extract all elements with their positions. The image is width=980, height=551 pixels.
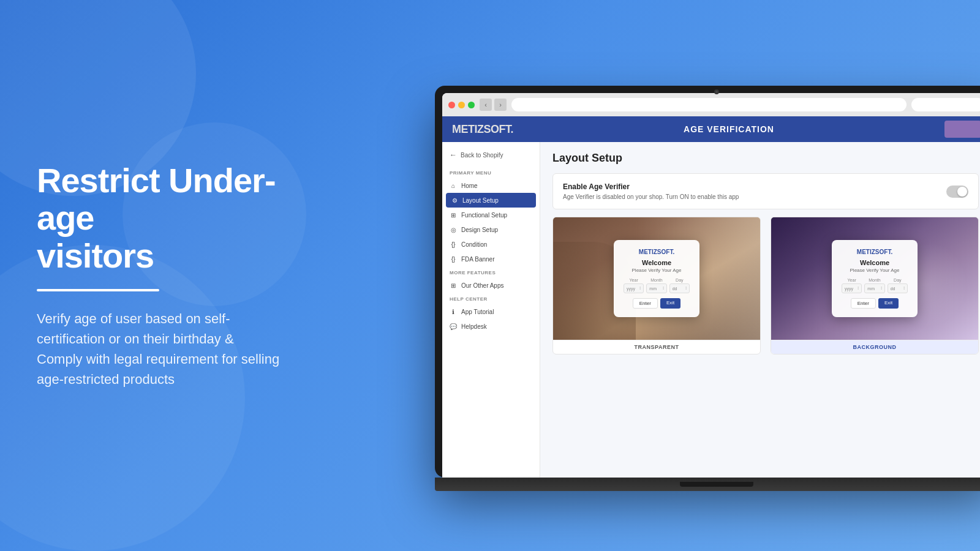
chat-icon: 💬 (450, 323, 457, 330)
main-content-area: Layout Setup Enable Age Verifier Age Ver… (540, 142, 980, 478)
modal-welcome-background: Welcome (842, 259, 908, 266)
left-panel: Restrict Under-age visitors Verify age o… (0, 0, 318, 551)
other-apps-label: Our Other Apps (461, 282, 503, 289)
card-info: Enable Age Verifier Age Verifier is disa… (563, 182, 739, 200)
enter-button-background[interactable]: Enter (851, 298, 876, 309)
main-heading: Restrict Under-age visitors (37, 162, 282, 275)
app-content: METIZSOFT. AGE VERIFICATION ← Back to Sh… (442, 116, 980, 478)
exit-button-transparent[interactable]: Exit (660, 298, 680, 309)
home-label: Home (461, 182, 478, 189)
vape-background-transparent: METIZSOFT. Welcome Please Verify Your Ag… (553, 217, 760, 340)
month-input-transparent[interactable]: mm ⁝ (646, 283, 666, 293)
laptop-base (435, 478, 980, 491)
theme-card-transparent[interactable]: METIZSOFT. Welcome Please Verify Your Ag… (552, 217, 761, 354)
help-center-label: HELP CENTER (442, 293, 540, 304)
card-header: Enable Age Verifier Age Verifier is disa… (563, 182, 968, 200)
home-icon: ⌂ (450, 182, 457, 189)
day-input-background[interactable]: dd ⁝ (888, 283, 908, 293)
browser-search[interactable] (911, 98, 980, 111)
day-field-background: Day dd ⁝ (888, 278, 908, 293)
gear-icon: ⚙ (451, 197, 458, 204)
vape-background-bg: METIZSOFT. Welcome Please Verify Your Ag… (771, 217, 978, 340)
main-description: Verify age of user based on self-certifi… (37, 309, 282, 389)
year-label-background: Year (842, 278, 862, 282)
laptop-container: ‹ › METIZSOFT. AGE VERIFICATION (435, 86, 980, 514)
address-bar[interactable] (511, 98, 907, 111)
modal-date-row-transparent: Year yyyy ⁝ Mo (624, 278, 690, 293)
app-title: AGE VERIFICATION (513, 124, 944, 134)
nav-buttons: ‹ › (480, 99, 507, 111)
traffic-light-yellow[interactable] (458, 102, 465, 108)
page-title: Layout Setup (552, 152, 979, 165)
back-to-shopify-button[interactable]: ← Back to Shopify (442, 147, 540, 163)
month-field-background: Month mm ⁝ (864, 278, 884, 293)
back-to-shopify-label: Back to Shopify (461, 152, 503, 159)
year-input-transparent[interactable]: yyyy ⁝ (624, 283, 644, 293)
month-input-background[interactable]: mm ⁝ (864, 283, 884, 293)
sidebar: ← Back to Shopify PRIMARY MENU ⌂ Home ⚙ … (442, 142, 540, 478)
heading-divider (37, 289, 159, 291)
back-nav-button[interactable]: ‹ (480, 99, 492, 111)
sidebar-item-design-setup[interactable]: ◎ Design Setup (442, 222, 540, 237)
sidebar-item-helpdesk[interactable]: 💬 Helpdesk (442, 319, 540, 334)
exit-button-background[interactable]: Exit (878, 298, 899, 309)
laptop-notch (680, 482, 753, 487)
modal-buttons-transparent: Enter Exit (624, 298, 690, 309)
sidebar-item-fda-banner[interactable]: {} FDA Banner (442, 252, 540, 266)
fda-banner-label: FDA Banner (461, 256, 494, 263)
layout-setup-label: Layout Setup (462, 197, 499, 204)
month-label-background: Month (864, 278, 884, 282)
modal-logo-background: METIZSOFT. (842, 249, 908, 255)
sidebar-item-layout-setup[interactable]: ⚙ Layout Setup (446, 193, 536, 208)
year-label-transparent: Year (624, 278, 644, 282)
theme-preview-transparent: METIZSOFT. Welcome Please Verify Your Ag… (553, 217, 760, 340)
fda-icon: {} (450, 255, 457, 263)
info-icon: ℹ (450, 308, 457, 315)
day-input-transparent[interactable]: dd ⁝ (669, 283, 690, 293)
modal-logo-transparent: METIZSOFT. (624, 249, 690, 255)
transparent-label[interactable]: TRANSPARENT (553, 340, 760, 354)
traffic-light-green[interactable] (468, 102, 475, 108)
sidebar-item-app-tutorial[interactable]: ℹ App Tutorial (442, 304, 540, 319)
modal-date-row-background: Year yyyy ⁝ Mo (842, 278, 908, 293)
sidebar-item-home[interactable]: ⌂ Home (442, 178, 540, 193)
day-field-transparent: Day dd ⁝ (669, 278, 690, 293)
day-label-background: Day (888, 278, 908, 282)
condition-label: Condition (461, 241, 487, 248)
browser-chrome: ‹ › (442, 93, 980, 116)
modal-subtitle-transparent: Please Verify Your Age (624, 268, 690, 273)
enable-age-verifier-card: Enable Age Verifier Age Verifier is disa… (552, 173, 979, 209)
day-label-transparent: Day (669, 278, 690, 282)
modal-welcome-transparent: Welcome (624, 259, 690, 266)
sidebar-item-functional-setup[interactable]: ⊞ Functional Setup (442, 208, 540, 222)
enter-button-transparent[interactable]: Enter (633, 298, 658, 309)
app-body: ← Back to Shopify PRIMARY MENU ⌂ Home ⚙ … (442, 142, 980, 478)
browser-window: ‹ › METIZSOFT. AGE VERIFICATION (442, 93, 980, 478)
transparent-modal: METIZSOFT. Welcome Please Verify Your Ag… (614, 240, 699, 317)
sidebar-item-other-apps[interactable]: ⊞ Our Other Apps (442, 278, 540, 293)
theme-preview-background: METIZSOFT. Welcome Please Verify Your Ag… (771, 217, 978, 340)
eye-icon: ◎ (450, 226, 457, 233)
brackets-icon: {} (450, 241, 457, 248)
app-tutorial-label: App Tutorial (461, 309, 494, 315)
background-modal: METIZSOFT. Welcome Please Verify Your Ag… (832, 240, 918, 317)
traffic-light-red[interactable] (448, 102, 455, 108)
enable-toggle[interactable] (946, 186, 968, 198)
app-logo: METIZSOFT. (452, 123, 513, 136)
apps-icon: ⊞ (450, 282, 457, 289)
month-label-transparent: Month (646, 278, 666, 282)
year-input-background[interactable]: yyyy ⁝ (842, 283, 862, 293)
year-field-transparent: Year yyyy ⁝ (624, 278, 644, 293)
grid-icon: ⊞ (450, 211, 457, 219)
theme-card-background[interactable]: METIZSOFT. Welcome Please Verify Your Ag… (771, 217, 979, 354)
month-field-transparent: Month mm ⁝ (646, 278, 666, 293)
app-topbar-right-element (944, 121, 980, 138)
sidebar-item-condition[interactable]: {} Condition (442, 237, 540, 252)
primary-menu-label: PRIMARY MENU (442, 167, 540, 178)
back-arrow-icon: ← (450, 151, 457, 159)
app-topbar: METIZSOFT. AGE VERIFICATION (442, 116, 980, 142)
background-label[interactable]: BACKGROUND (771, 340, 978, 354)
functional-setup-label: Functional Setup (461, 212, 507, 219)
forward-nav-button[interactable]: › (494, 99, 507, 111)
year-field-background: Year yyyy ⁝ (842, 278, 862, 293)
